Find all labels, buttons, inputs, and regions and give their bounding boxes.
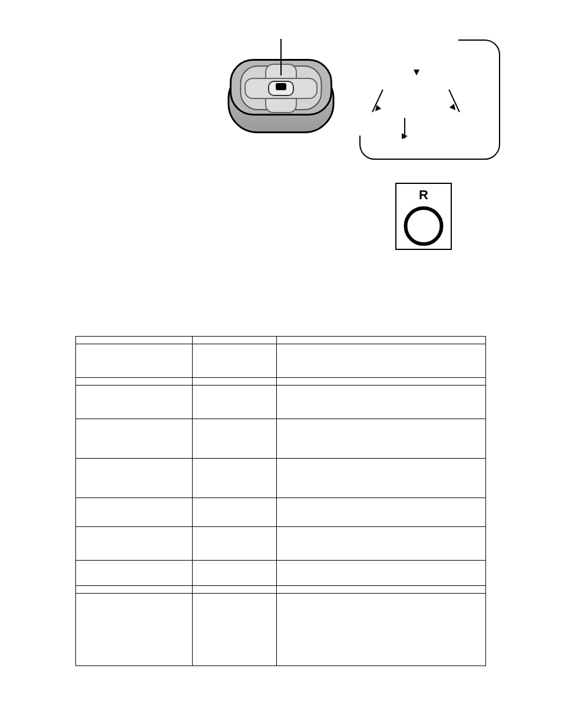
table-cell bbox=[193, 378, 277, 386]
table-cell bbox=[193, 344, 277, 378]
table-row bbox=[76, 386, 486, 419]
table-cell bbox=[277, 498, 486, 527]
table-header-cell bbox=[76, 337, 193, 344]
table-cell bbox=[193, 498, 277, 527]
figure-1-frame bbox=[359, 39, 500, 160]
table-cell bbox=[76, 586, 193, 594]
table-cell bbox=[76, 386, 193, 419]
table-cell bbox=[193, 419, 277, 459]
arrow-down-icon bbox=[414, 70, 419, 75]
table-cell bbox=[277, 527, 486, 561]
table-row bbox=[76, 419, 486, 459]
table-header-cell bbox=[193, 337, 277, 344]
table-row bbox=[76, 586, 486, 594]
table-cell bbox=[76, 527, 193, 561]
table-cell bbox=[76, 344, 193, 378]
table-header-cell bbox=[277, 337, 486, 344]
table-cell bbox=[193, 594, 277, 666]
return-button-icon bbox=[404, 206, 444, 246]
table-cell bbox=[76, 594, 193, 666]
table-row bbox=[76, 498, 486, 527]
table-row bbox=[76, 344, 486, 378]
table-cell bbox=[277, 586, 486, 594]
return-button-label: R bbox=[419, 187, 428, 203]
table-cell bbox=[193, 561, 277, 586]
table-cell bbox=[193, 586, 277, 594]
table-row bbox=[76, 561, 486, 586]
table-cell bbox=[277, 378, 486, 386]
table-cell bbox=[277, 386, 486, 419]
table-header-row bbox=[76, 337, 486, 344]
table-row bbox=[76, 527, 486, 561]
arrow-left-icon bbox=[402, 133, 411, 139]
table-row bbox=[76, 378, 486, 386]
table-cell bbox=[76, 459, 193, 498]
table-cell bbox=[193, 386, 277, 419]
table-cell bbox=[277, 561, 486, 586]
table-cell bbox=[277, 419, 486, 459]
document-page: R bbox=[0, 0, 562, 728]
table-cell bbox=[76, 498, 193, 527]
table-cell bbox=[277, 459, 486, 498]
knob-center-mark bbox=[276, 83, 286, 90]
table-row bbox=[76, 594, 486, 666]
table-cell bbox=[193, 527, 277, 561]
table-cell bbox=[76, 561, 193, 586]
figure-2-frame: R bbox=[395, 183, 452, 250]
table-cell bbox=[277, 594, 486, 666]
table-cell bbox=[76, 378, 193, 386]
table-cell bbox=[277, 344, 486, 378]
specification-table bbox=[75, 336, 486, 666]
table-cell bbox=[193, 459, 277, 498]
table-cell bbox=[76, 419, 193, 459]
callout-line-up-icon bbox=[280, 39, 282, 75]
table-row bbox=[76, 459, 486, 498]
